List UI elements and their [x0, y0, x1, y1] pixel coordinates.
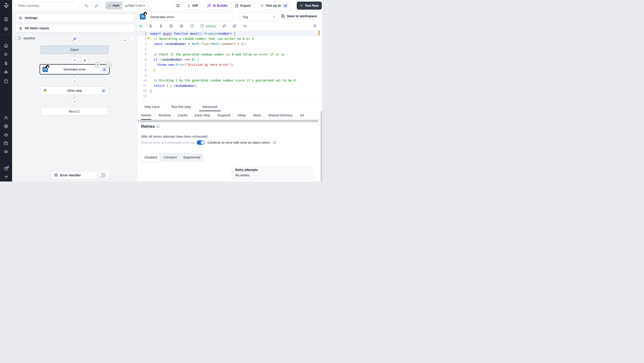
add-step-button[interactable] [72, 99, 78, 105]
wand-icon [73, 37, 76, 41]
rotate-cw-icon[interactable] [190, 24, 194, 28]
panel-vertical-scrollbar[interactable] [321, 111, 322, 182]
code-line-8[interactable]: 8 } [138, 67, 321, 73]
trigger-button[interactable] [81, 57, 88, 64]
star-icon[interactable] [4, 27, 8, 31]
zap-icon [83, 59, 86, 62]
building-icon[interactable] [4, 17, 8, 21]
user-icon[interactable] [4, 116, 8, 120]
tab-step-input[interactable]: Step Input [141, 103, 162, 111]
flow-settings-button[interactable]: Settings [16, 14, 134, 22]
info-icon[interactable] [156, 125, 160, 128]
static-inputs-button[interactable]: All Static Inputs [16, 24, 134, 32]
home-icon[interactable] [4, 43, 8, 48]
test-up-to-button[interactable]: Test up to d [258, 2, 291, 10]
add-step-button[interactable] [72, 57, 78, 63]
wand-icon[interactable] [232, 24, 236, 28]
subtab-retries[interactable]: Retries [141, 111, 152, 120]
ai-flow-button[interactable] [71, 35, 78, 43]
delete-node-button[interactable] [106, 62, 112, 68]
package-icon[interactable] [169, 24, 173, 28]
redo-button[interactable] [92, 2, 101, 10]
subtab-mock[interactable]: Mock [253, 111, 261, 120]
undo-button[interactable] [82, 2, 92, 10]
library-icon[interactable] [313, 24, 317, 28]
step-name-input[interactable] [147, 13, 234, 21]
error-handler-card[interactable]: Error Handler [51, 171, 109, 179]
boxes-icon[interactable] [4, 70, 8, 75]
bot-icon[interactable] [4, 133, 8, 137]
folder-open-icon[interactable] [4, 141, 8, 145]
subtabs-scrollbar[interactable] [138, 120, 318, 122]
zoom-out-button[interactable]: − [130, 37, 135, 43]
package-icon[interactable] [180, 24, 183, 28]
save-to-workspace-button[interactable]: Save to workspace [281, 14, 317, 18]
calendar-icon[interactable] [4, 79, 8, 84]
code-line-5[interactable]: 5 // Check if the generated random numbe… [138, 52, 321, 57]
code-line-13[interactable]: 13 [138, 94, 321, 99]
rotate-cw-icon[interactable] [200, 24, 204, 28]
code-line-6[interactable]: 6 if (randomNumber === 0) { [138, 57, 321, 62]
test-flow-button[interactable]: Test flow [297, 2, 322, 10]
info-icon[interactable] [273, 141, 276, 144]
subtab-s3[interactable]: S3 [300, 111, 304, 120]
docs-button[interactable] [174, 2, 182, 10]
move-node-button[interactable] [95, 62, 100, 68]
dollar-icon[interactable] [4, 61, 8, 66]
retry-mode-disabled[interactable]: Disabled [141, 153, 160, 162]
path-value[interactable]: u/henri/err [122, 2, 148, 10]
retry-mode-exponential[interactable]: Exponential [180, 153, 204, 162]
code-text: const randomNumber = Math.floor(Math.ran… [146, 42, 246, 46]
tab-advanced[interactable]: Advanced [199, 103, 220, 111]
gear-icon[interactable] [4, 124, 8, 128]
node-other-step[interactable]: Other step e [41, 86, 108, 95]
code-line-12[interactable]: 12} [138, 88, 321, 93]
subtab-cache[interactable]: Cache [178, 111, 188, 120]
node-step2-id-badge: e [101, 89, 106, 93]
error-handler-toggle[interactable] [97, 173, 106, 178]
dataflow-toggle[interactable] [15, 36, 22, 40]
flow-settings-label: Settings [24, 16, 37, 20]
code-line-10[interactable]: 10 // Dividing 1 by the generated random… [138, 78, 321, 83]
bug-icon [54, 173, 58, 177]
eye-icon[interactable] [4, 150, 8, 154]
node-input[interactable]: Input [41, 46, 108, 54]
test-up-to-step-badge[interactable]: d [283, 3, 288, 8]
code-line-1[interactable]: 1export async function main(): Promise<n… [138, 31, 321, 36]
tag-select[interactable]: Tag [240, 13, 279, 21]
code-line-9[interactable]: 9 [138, 73, 321, 78]
subtab-runtime[interactable]: Runtime [159, 111, 171, 120]
code-line-3[interactable]: 3 const randomNumber = Math.floor(Math.r… [138, 41, 321, 47]
code-editor[interactable]: 1export async function main(): Promise<n… [138, 30, 321, 103]
play-icon[interactable] [4, 52, 8, 57]
code-line-2[interactable]: 2 // Generating a random number that can… [138, 36, 321, 41]
code-line-7[interactable]: 7 throw new Error("Division by zero erro… [138, 62, 321, 67]
retry-mode-constant[interactable]: Constant [160, 153, 180, 162]
code-line-4[interactable]: 4 [138, 47, 321, 52]
diff-button[interactable]: Diff [184, 2, 201, 10]
windmill-logo[interactable] [3, 2, 9, 9]
dollar-icon[interactable] [159, 24, 163, 28]
path-edit-button[interactable]: Path [105, 2, 122, 10]
tab-test-this-step[interactable]: Test this step [168, 103, 194, 111]
paintbrush-icon[interactable] [222, 24, 226, 28]
app-sidebar [0, 0, 12, 182]
subtab-sleep[interactable]: Sleep [238, 111, 246, 120]
subtab-suspend[interactable]: Suspend [217, 111, 230, 120]
add-step-button[interactable] [72, 78, 78, 84]
help-circle-icon[interactable] [4, 167, 8, 171]
sparkles-icon[interactable] [243, 24, 247, 28]
code-line-11[interactable]: 11 return 1 / randomNumber; [138, 83, 321, 88]
lightbulb-icon[interactable] [147, 37, 150, 40]
ai-builder-button[interactable]: AI Builder [204, 2, 231, 10]
subtab-shared-directory[interactable]: Shared Directory [268, 111, 293, 120]
node-generates-error[interactable]: TS Generates error d [40, 65, 109, 74]
node-result[interactable]: Result [41, 107, 108, 116]
subtab-early-stop[interactable]: Early Stop [195, 111, 210, 120]
arrow-right-icon[interactable] [4, 174, 8, 179]
zoom-in-button[interactable]: + [122, 37, 128, 43]
dollar-icon[interactable] [149, 24, 152, 28]
export-button[interactable]: Export [232, 2, 254, 10]
flow-summary-input[interactable] [16, 2, 78, 10]
continue-on-error-toggle[interactable] [197, 140, 205, 145]
